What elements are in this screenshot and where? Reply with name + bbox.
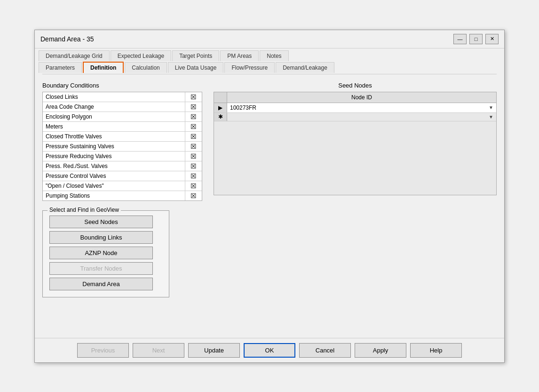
boundary-label-area-code-change: Area Code Change <box>43 102 185 112</box>
boundary-row-closed-links: Closed Links ☒ <box>43 92 202 102</box>
seed-nodes-title: Seed Nodes <box>214 82 497 89</box>
title-controls: — □ ✕ <box>453 34 499 44</box>
tab-target-points[interactable]: Target Points <box>172 50 219 61</box>
window-title: Demand Area - 35 <box>40 35 94 43</box>
boundary-row-pumping-stations: Pumping Stations ☒ <box>43 191 202 200</box>
row-pointer-icon: ▶ <box>218 104 222 111</box>
find-buttons-group: Seed Nodes Bounding Links AZNP Node Tran… <box>49 216 162 290</box>
boundary-row-pressure-reducing: Pressure Reducing Valves ☒ <box>43 152 202 161</box>
boundary-label-press-red-sust: Press. Red./Sust. Valves <box>43 161 185 171</box>
minimize-button[interactable]: — <box>453 34 467 44</box>
select-find-section: Select and Find in GeoView Seed Nodes Bo… <box>42 210 169 297</box>
boundary-row-closed-throttle-valves: Closed Throttle Valves ☒ <box>43 132 202 142</box>
seed-header-num <box>214 92 227 103</box>
next-button[interactable]: Next <box>133 343 184 358</box>
tab-flow-pressure[interactable]: Flow/Pressure <box>224 62 275 73</box>
maximize-button[interactable]: □ <box>469 34 483 44</box>
boundary-label-pressure-control: Pressure Control Valves <box>43 171 185 181</box>
boundary-label-meters: Meters <box>43 122 185 131</box>
cancel-button[interactable]: Cancel <box>299 343 351 358</box>
boundary-check-meters[interactable]: ☒ <box>185 122 202 131</box>
main-window: Demand Area - 35 — □ ✕ Demand/Leakage Gr… <box>34 30 505 363</box>
seed-dropdown-icon-1[interactable]: ▼ <box>489 105 493 110</box>
seed-nodes-section: Seed Nodes Node ID ▶ 100273FR <box>214 82 497 201</box>
bounding-links-button[interactable]: Bounding Links <box>49 231 153 244</box>
seed-column-header: Node ID <box>227 92 496 103</box>
tab-parameters[interactable]: Parameters <box>39 62 82 73</box>
boundary-check-area-code-change[interactable]: ☒ <box>185 102 202 112</box>
seed-row-indicator-new: ✱ <box>214 113 227 121</box>
help-button[interactable]: Help <box>410 343 462 358</box>
tab-definition[interactable]: Definition <box>83 62 124 73</box>
transfer-nodes-button: Transfer Nodes <box>49 262 153 275</box>
boundary-check-pumping-stations[interactable]: ☒ <box>185 191 202 200</box>
title-bar: Demand Area - 35 — □ ✕ <box>35 30 504 48</box>
boundary-label-pressure-reducing: Pressure Reducing Valves <box>43 152 185 161</box>
bottom-bar: Previous Next Update OK Cancel Apply Hel… <box>35 338 504 362</box>
tabs-container: Demand/Leakage Grid Expected Leakage Tar… <box>35 48 504 74</box>
seed-cell-new[interactable]: ▼ <box>227 113 496 121</box>
boundary-check-pressure-control[interactable]: ☒ <box>185 171 202 181</box>
boundary-row-press-red-sust: Press. Red./Sust. Valves ☒ <box>43 161 202 171</box>
ok-button[interactable]: OK <box>244 343 295 358</box>
boundary-label-closed-links: Closed Links <box>43 92 185 102</box>
boundary-check-pressure-reducing[interactable]: ☒ <box>185 152 202 161</box>
seed-dropdown-icon-new[interactable]: ▼ <box>489 114 493 120</box>
seed-new-row: ✱ ▼ <box>214 113 496 121</box>
boundary-row-area-code-change: Area Code Change ☒ <box>43 102 202 112</box>
tab-row-1: Demand/Leakage Grid Expected Leakage Tar… <box>39 50 500 61</box>
boundary-row-pressure-sustaining: Pressure Sustaining Valves ☒ <box>43 142 202 152</box>
tab-notes[interactable]: Notes <box>260 50 288 61</box>
boundary-row-meters: Meters ☒ <box>43 122 202 132</box>
boundary-check-open-closed-valves[interactable]: ☒ <box>185 181 202 191</box>
new-row-icon: ✱ <box>218 113 223 120</box>
aznp-node-button[interactable]: AZNP Node <box>49 247 153 259</box>
boundary-check-closed-throttle-valves[interactable]: ☒ <box>185 132 202 141</box>
update-button[interactable]: Update <box>188 343 240 358</box>
boundary-check-enclosing-polygon[interactable]: ☒ <box>185 112 202 121</box>
seed-col-header-row: Node ID <box>214 92 496 103</box>
boundary-conditions-section: Boundary Conditions Closed Links ☒ Area … <box>42 82 202 201</box>
select-find-title: Select and Find in GeoView <box>48 207 121 213</box>
boundary-table: Closed Links ☒ Area Code Change ☒ Enclos… <box>42 92 202 201</box>
boundary-row-pressure-control: Pressure Control Valves ☒ <box>43 171 202 181</box>
apply-button[interactable]: Apply <box>355 343 406 358</box>
content-area: Boundary Conditions Closed Links ☒ Area … <box>35 74 504 338</box>
content-top: Boundary Conditions Closed Links ☒ Area … <box>42 82 497 201</box>
boundary-row-open-closed-valves: "Open / Closed Valves" ☒ <box>43 181 202 191</box>
tab-row-2: Parameters Definition Calculation Live D… <box>39 62 500 73</box>
boundary-check-press-red-sust[interactable]: ☒ <box>185 161 202 171</box>
tab-live-data-usage[interactable]: Live Data Usage <box>168 62 224 73</box>
boundary-label-pumping-stations: Pumping Stations <box>43 191 185 200</box>
seed-cell-1[interactable]: 100273FR ▼ <box>227 103 496 112</box>
tab-demand-leakage-grid[interactable]: Demand/Leakage Grid <box>39 50 110 61</box>
boundary-label-enclosing-polygon: Enclosing Polygon <box>43 112 185 121</box>
tab-demand-leakage[interactable]: Demand/Leakage <box>276 62 334 73</box>
seed-table: Node ID ▶ 100273FR ▼ <box>214 92 497 195</box>
seed-nodes-button[interactable]: Seed Nodes <box>49 216 153 228</box>
close-button[interactable]: ✕ <box>485 34 499 44</box>
demand-area-button[interactable]: Demand Area <box>49 278 153 290</box>
boundary-row-enclosing-polygon: Enclosing Polygon ☒ <box>43 112 202 122</box>
boundary-check-closed-links[interactable]: ☒ <box>185 92 202 102</box>
tab-pm-areas[interactable]: PM Areas <box>220 50 259 61</box>
tab-expected-leakage[interactable]: Expected Leakage <box>111 50 171 61</box>
tab-calculation[interactable]: Calculation <box>125 62 166 73</box>
boundary-conditions-title: Boundary Conditions <box>42 82 202 89</box>
previous-button[interactable]: Previous <box>77 343 129 358</box>
seed-node-value-1: 100273FR <box>230 104 256 111</box>
boundary-label-pressure-sustaining: Pressure Sustaining Valves <box>43 142 185 151</box>
seed-row-indicator-1: ▶ <box>214 103 227 112</box>
boundary-check-pressure-sustaining[interactable]: ☒ <box>185 142 202 151</box>
boundary-label-closed-throttle-valves: Closed Throttle Valves <box>43 132 185 141</box>
seed-data-row-1: ▶ 100273FR ▼ <box>214 103 496 113</box>
boundary-label-open-closed-valves: "Open / Closed Valves" <box>43 181 185 191</box>
